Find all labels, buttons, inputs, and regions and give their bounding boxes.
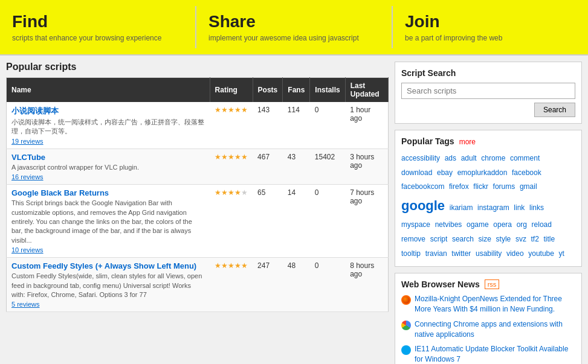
tag-link[interactable]: myspace (401, 220, 430, 229)
table-row: Custom Feedly Styles (+ Always Show Left… (7, 258, 389, 312)
tag-link[interactable]: ikariam (450, 203, 473, 212)
tag-link[interactable]: forums (493, 182, 515, 191)
script-fans-cell: 43 (283, 148, 310, 184)
news-title: Web Browser News (401, 279, 480, 289)
script-updated-cell: 7 hours ago (345, 185, 388, 258)
tag-link[interactable]: opera (493, 220, 512, 229)
tag-link[interactable]: chrome (481, 154, 505, 162)
tag-link[interactable]: tf2 (531, 235, 539, 243)
tag-link[interactable]: flickr (473, 182, 488, 191)
tag-link[interactable]: tooltip (401, 249, 421, 258)
script-rating-cell: ★★★★★ (210, 102, 253, 148)
tag-link[interactable]: video (506, 249, 524, 258)
tag-link[interactable]: download (401, 168, 432, 177)
col-updated: Last Updated (345, 78, 388, 103)
tag-link[interactable]: ogame (467, 220, 489, 229)
star-rating: ★★★★★ (215, 106, 248, 114)
tag-link[interactable]: facebook (512, 168, 541, 177)
news-link[interactable]: Mozilla-Knight OpenNews Extended for Thr… (415, 294, 575, 315)
tag-link[interactable]: ads (445, 154, 456, 162)
tag-link[interactable]: link (514, 203, 525, 212)
tag-link[interactable]: twitter (451, 249, 471, 258)
tag-cloud: accessibility ads adult chrome comment d… (401, 151, 575, 260)
find-section: Find scripts that enhance your browsing … (0, 6, 195, 48)
right-column: Script Search Search Popular Tags more a… (395, 62, 582, 364)
script-installs-cell: 0 (310, 185, 345, 258)
script-rating-cell: ★★★★★ (210, 258, 253, 312)
main-content: Popular scripts Name Rating Posts Fans I… (0, 56, 588, 364)
tag-link[interactable]: firefox (449, 182, 469, 191)
tag-link[interactable]: accessibility (401, 154, 440, 162)
tag-link[interactable]: gmail (520, 182, 537, 191)
reviews-link[interactable]: 19 reviews (11, 138, 205, 145)
tag-link[interactable]: remove (401, 235, 425, 243)
tag-link[interactable]: search (452, 235, 474, 243)
star-icon: ★ (221, 153, 228, 161)
chrome-icon (401, 321, 411, 330)
news-item: Mozilla-Knight OpenNews Extended for Thr… (401, 294, 575, 315)
tag-link[interactable]: travian (425, 249, 447, 258)
tag-link[interactable]: style (496, 235, 511, 243)
tags-header: Popular Tags more (401, 136, 575, 146)
tag-link[interactable]: netvibes (435, 220, 462, 229)
tag-link[interactable]: emoplurkaddon (457, 168, 508, 177)
tag-link[interactable]: links (529, 203, 544, 212)
popular-scripts-heading: Popular scripts (6, 62, 389, 72)
ie-icon (401, 345, 411, 355)
script-description: 小说阅读脚本，统一阅读样式，内容去广告，修正拼音字、段落整理，自动下一页等。 (11, 118, 205, 136)
col-posts: Posts (253, 78, 283, 103)
star-icon: ★ (234, 188, 241, 197)
script-installs-cell: 0 (310, 258, 345, 312)
tag-link[interactable]: comment (510, 154, 540, 162)
star-icon: ★ (228, 106, 234, 114)
reviews-link[interactable]: 5 reviews (11, 301, 205, 308)
search-panel-title: Script Search (401, 68, 575, 78)
script-name-link[interactable]: Google Black Bar Returns (11, 188, 109, 197)
star-icon: ★ (234, 106, 241, 114)
tag-link[interactable]: yt (559, 249, 564, 258)
script-updated-cell: 3 hours ago (345, 148, 388, 184)
news-link[interactable]: Connecting Chrome apps and extensions wi… (415, 319, 575, 340)
find-title: Find (12, 12, 183, 31)
star-icon: ★ (228, 261, 234, 270)
rss-link[interactable]: rss (485, 279, 500, 289)
star-icon: ★ (215, 188, 221, 197)
tag-link[interactable]: instagram (477, 203, 509, 212)
tag-link[interactable]: reload (532, 220, 552, 229)
reviews-link[interactable]: 10 reviews (11, 246, 205, 254)
tag-link[interactable]: usability (476, 249, 502, 258)
news-list: Mozilla-Knight OpenNews Extended for Thr… (401, 294, 575, 364)
script-name-link[interactable]: 小说阅读脚本 (11, 106, 59, 115)
news-item: IE11 Automatic Update Blocker Toolkit Av… (401, 344, 575, 364)
col-rating: Rating (210, 78, 253, 103)
reviews-link[interactable]: 16 reviews (11, 173, 205, 180)
tag-link[interactable]: org (517, 220, 527, 229)
table-header-row: Name Rating Posts Fans Installs Last Upd… (7, 78, 389, 103)
tag-link[interactable]: youtube (528, 249, 554, 258)
tag-link[interactable]: size (479, 235, 491, 243)
search-button[interactable]: Search (534, 103, 575, 117)
tag-link[interactable]: facebookcom (401, 182, 444, 191)
script-description: This Script brings back the Google Navig… (11, 199, 205, 245)
star-icon: ★ (234, 153, 241, 161)
header: Find scripts that enhance your browsing … (0, 0, 588, 56)
tags-more-link[interactable]: more (459, 138, 476, 146)
join-title: Join (405, 12, 576, 31)
table-row: 小说阅读脚本 小说阅读脚本，统一阅读样式，内容去广告，修正拼音字、段落整理，自动… (7, 102, 389, 148)
firefox-icon (401, 295, 411, 305)
tag-link[interactable]: title (543, 235, 555, 243)
tag-link[interactable]: adult (461, 154, 477, 162)
news-link[interactable]: IE11 Automatic Update Blocker Toolkit Av… (415, 344, 575, 364)
script-posts-cell: 467 (253, 148, 283, 184)
tag-link[interactable]: script (430, 235, 448, 243)
star-rating: ★★★★★ (215, 153, 248, 161)
search-input[interactable] (401, 83, 575, 99)
tag-link[interactable]: svz (515, 235, 526, 243)
script-rating-cell: ★★★★★ (210, 148, 253, 184)
star-icon: ★ (241, 188, 248, 197)
tag-link[interactable]: google (401, 198, 445, 213)
tag-link[interactable]: ebay (437, 168, 453, 177)
join-section: Join be a part of improving the web (393, 6, 588, 48)
script-name-link[interactable]: VLCTube (11, 153, 45, 162)
script-name-link[interactable]: Custom Feedly Styles (+ Always Show Left… (11, 261, 196, 270)
